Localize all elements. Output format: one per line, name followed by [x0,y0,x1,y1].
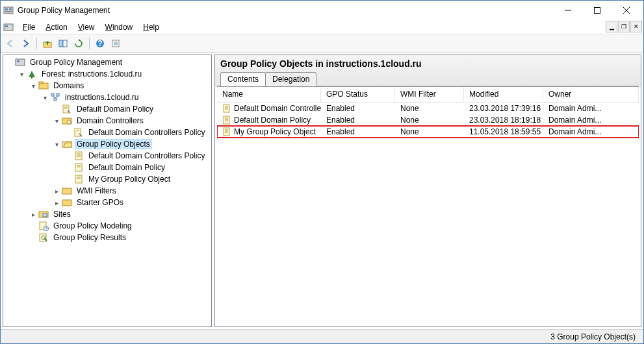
svg-rect-5 [594,8,600,14]
tree-label: Default Domain Controllers Policy [86,127,207,138]
svg-rect-1 [5,8,8,10]
menu-view[interactable]: View [73,21,100,33]
menu-action[interactable]: Action [40,21,72,33]
svg-rect-41 [75,164,82,171]
mdi-close-button[interactable]: ✕ [630,21,642,32]
sites-icon [38,209,49,219]
tree-label: Default Domain Policy [86,162,167,173]
tab-delegation[interactable]: Delegation [265,72,316,86]
up-folder-button[interactable] [40,36,55,51]
svg-rect-24 [51,93,54,96]
tree-gpo-my[interactable]: My Group Policy Object [62,173,211,185]
tree-forest[interactable]: ▾ Forest: instructions.1cloud.ru [15,68,211,80]
tree-gpo-ddp[interactable]: Default Domain Policy [62,162,211,173]
svg-rect-65 [224,128,229,136]
mdi-minimize-button[interactable]: ▁ [606,21,617,32]
tree-root[interactable]: Group Policy Management [3,56,211,68]
svg-text:?: ? [97,39,102,48]
show-hide-tree-button[interactable] [56,36,70,51]
tree-label: Group Policy Management [28,57,124,68]
tree-domains[interactable]: ▾ Domains [27,80,211,92]
tree-starter-gpos[interactable]: ▸ Starter GPOs [50,197,211,208]
minimize-button[interactable] [553,1,582,19]
gpm-icon [15,57,25,68]
tree-label: Group Policy Objects [75,139,152,149]
collapse-icon[interactable]: ▾ [18,70,25,78]
tree-label: instructions.1cloud.ru [63,92,140,103]
cell-name: Default Domain Controller... [217,103,321,114]
menu-help[interactable]: Help [138,21,164,33]
refresh-button[interactable] [71,36,86,51]
collapse-icon[interactable]: ▾ [41,93,49,101]
tree-domain[interactable]: ▾ instructions.1cloud.ru [38,92,211,103]
tree-results[interactable]: Group Policy Results [27,232,211,243]
col-modified[interactable]: Modified [464,87,543,102]
svg-rect-12 [63,40,67,47]
tree-label: Default Domain Policy [75,104,155,114]
svg-rect-48 [62,200,71,206]
tree-label: WMI Filters [75,186,118,196]
cell-wmi: None [395,127,464,137]
tab-body: Name GPO Status WMI Filter Modified Owne… [217,86,639,325]
expand-icon[interactable]: ▸ [53,199,60,206]
results-icon [38,232,49,243]
svg-rect-26 [54,98,57,101]
cell-status: Enabled [321,103,395,114]
status-text: 3 Group Policy Object(s) [550,332,636,341]
tab-contents[interactable]: Contents [220,72,266,86]
title-bar: Group Policy Management [1,1,643,20]
folder-open-icon [62,139,72,149]
ou-icon [62,116,72,126]
detail-header: Group Policy Objects in instructions.1cl… [215,55,641,86]
mdi-controls: ▁ ❐ ✕ [606,21,642,32]
cell-owner: Domain Admi... [543,127,639,137]
cell-wmi: None [395,115,464,125]
tree-pane[interactable]: Group Policy Management ▾ Forest: instru… [3,55,212,327]
window-title: Group Policy Management [18,6,553,15]
gpo-icon [222,104,231,113]
table-row[interactable]: My Group Policy ObjectEnabledNone11.05.2… [217,126,639,138]
table-row[interactable]: Default Domain PolicyEnabledNone23.03.20… [217,114,639,126]
cell-name: Default Domain Policy [217,115,321,125]
collapse-icon[interactable]: ▾ [53,140,60,148]
forward-button[interactable] [19,36,33,51]
expand-icon[interactable]: ▸ [29,210,37,218]
collapse-icon[interactable]: ▾ [53,117,60,125]
col-status[interactable]: GPO Status [321,87,395,102]
col-name[interactable]: Name [217,87,321,102]
detail-pane: Group Policy Objects in instructions.1cl… [214,55,641,327]
expand-icon[interactable]: ▸ [53,187,60,195]
svg-rect-23 [39,82,43,84]
col-wmi[interactable]: WMI Filter [395,87,464,102]
toolbar: ? [1,34,643,53]
tree-gpo-ddcp[interactable]: Default Domain Controllers Policy [62,150,211,162]
svg-rect-20 [17,60,19,62]
menu-bar: File Action View Window Help ▁ ❐ ✕ [1,20,643,34]
tree-sites[interactable]: ▸ Sites [27,208,211,220]
collapse-icon[interactable]: ▾ [29,82,37,90]
tree-default-domain-policy[interactable]: Default Domain Policy [50,103,211,115]
svg-rect-2 [9,8,12,10]
mdi-app-icon [3,22,14,32]
tree-wmi-filters[interactable]: ▸ WMI Filters [50,185,211,197]
menu-file[interactable]: File [18,21,40,33]
col-owner[interactable]: Owner [543,87,639,102]
back-button[interactable] [3,36,18,51]
svg-rect-61 [224,116,229,124]
menu-window[interactable]: Window [100,21,138,33]
properties-button[interactable] [109,36,123,51]
maximize-button[interactable] [582,1,612,19]
mdi-restore-button[interactable]: ❐ [618,21,630,32]
close-button[interactable] [612,1,641,19]
tree-gpo-container[interactable]: ▾ Group Policy Objects [50,138,211,150]
tree-ddcp-link[interactable]: Default Domain Controllers Policy [62,127,211,138]
svg-rect-11 [59,40,62,47]
tree-modeling[interactable]: Group Policy Modeling [27,220,211,232]
table-row[interactable]: Default Domain Controller...EnabledNone2… [217,103,639,114]
help-button[interactable]: ? [93,36,107,51]
gpo-icon [73,162,84,173]
cell-modified: 23.03.2018 17:39:16 [464,103,543,114]
tree-label: Sites [51,209,73,219]
tree-domain-controllers[interactable]: ▾ Domain Controllers [50,115,211,127]
cell-name: My Group Policy Object [217,127,321,137]
